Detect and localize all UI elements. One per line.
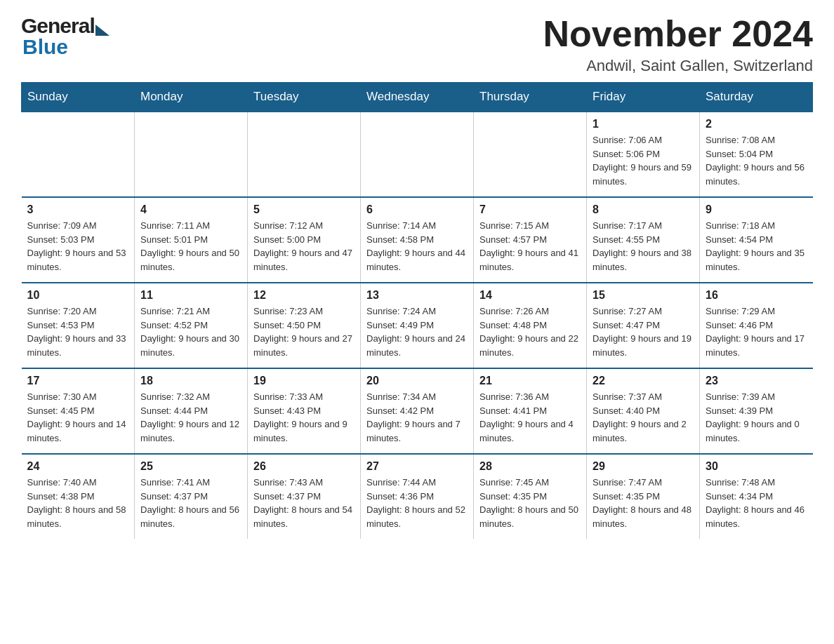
weekday-header-thursday: Thursday [474, 83, 587, 112]
day-number: 21 [479, 375, 581, 387]
weekday-header-sunday: Sunday [22, 83, 135, 112]
calendar-cell: 3Sunrise: 7:09 AMSunset: 5:03 PMDaylight… [22, 197, 135, 283]
day-number: 26 [253, 460, 355, 473]
day-info: Sunrise: 7:32 AMSunset: 4:44 PMDaylight:… [140, 390, 241, 445]
day-info: Sunrise: 7:15 AMSunset: 4:57 PMDaylight:… [479, 219, 581, 274]
day-number: 8 [593, 203, 694, 216]
calendar-cell: 19Sunrise: 7:33 AMSunset: 4:43 PMDayligh… [248, 368, 361, 454]
calendar-header: SundayMondayTuesdayWednesdayThursdayFrid… [22, 83, 813, 112]
calendar-cell: 22Sunrise: 7:37 AMSunset: 4:40 PMDayligh… [587, 368, 700, 454]
month-title: November 2024 [543, 14, 813, 54]
logo-general-text: General [21, 14, 95, 38]
calendar-cell: 26Sunrise: 7:43 AMSunset: 4:37 PMDayligh… [248, 454, 361, 539]
calendar-cell: 11Sunrise: 7:21 AMSunset: 4:52 PMDayligh… [135, 283, 248, 368]
calendar-week-row: 1Sunrise: 7:06 AMSunset: 5:06 PMDaylight… [22, 112, 813, 197]
calendar-cell: 30Sunrise: 7:48 AMSunset: 4:34 PMDayligh… [700, 454, 813, 539]
day-info: Sunrise: 7:09 AMSunset: 5:03 PMDaylight:… [27, 219, 129, 274]
day-number: 30 [706, 460, 807, 473]
day-number: 11 [140, 289, 241, 302]
logo-triangle-icon [95, 25, 110, 36]
logo-row1: General [21, 14, 110, 38]
day-number: 3 [27, 203, 129, 216]
day-number: 5 [253, 203, 355, 216]
calendar-cell: 20Sunrise: 7:34 AMSunset: 4:42 PMDayligh… [361, 368, 474, 454]
day-info: Sunrise: 7:29 AMSunset: 4:46 PMDaylight:… [706, 304, 807, 359]
day-number: 18 [140, 375, 241, 387]
day-info: Sunrise: 7:24 AMSunset: 4:49 PMDaylight:… [366, 304, 468, 359]
calendar-week-row: 17Sunrise: 7:30 AMSunset: 4:45 PMDayligh… [22, 368, 813, 454]
calendar-cell: 7Sunrise: 7:15 AMSunset: 4:57 PMDaylight… [474, 197, 587, 283]
day-number: 22 [593, 375, 694, 387]
day-number: 9 [706, 203, 807, 216]
calendar-week-row: 24Sunrise: 7:40 AMSunset: 4:38 PMDayligh… [22, 454, 813, 539]
calendar-week-row: 3Sunrise: 7:09 AMSunset: 5:03 PMDaylight… [22, 197, 813, 283]
day-number: 29 [593, 460, 694, 473]
day-number: 20 [366, 375, 468, 387]
day-info: Sunrise: 7:39 AMSunset: 4:39 PMDaylight:… [706, 390, 807, 445]
calendar-cell [135, 112, 248, 197]
day-info: Sunrise: 7:08 AMSunset: 5:04 PMDaylight:… [706, 133, 807, 188]
calendar-cell: 2Sunrise: 7:08 AMSunset: 5:04 PMDaylight… [700, 112, 813, 197]
calendar-cell: 10Sunrise: 7:20 AMSunset: 4:53 PMDayligh… [22, 283, 135, 368]
day-info: Sunrise: 7:41 AMSunset: 4:37 PMDaylight:… [140, 476, 241, 530]
calendar-table: SundayMondayTuesdayWednesdayThursdayFrid… [21, 82, 813, 539]
day-number: 24 [27, 460, 129, 473]
title-block: November 2024 Andwil, Saint Gallen, Swit… [543, 14, 813, 75]
calendar-cell: 14Sunrise: 7:26 AMSunset: 4:48 PMDayligh… [474, 283, 587, 368]
calendar-cell [22, 112, 135, 197]
day-info: Sunrise: 7:27 AMSunset: 4:47 PMDaylight:… [593, 304, 694, 359]
calendar-cell: 25Sunrise: 7:41 AMSunset: 4:37 PMDayligh… [135, 454, 248, 539]
day-number: 12 [253, 289, 355, 302]
page-header: General Blue November 2024 Andwil, Saint… [21, 14, 813, 75]
logo-blue-text: Blue [22, 35, 68, 59]
location-title: Andwil, Saint Gallen, Switzerland [543, 57, 813, 75]
day-info: Sunrise: 7:14 AMSunset: 4:58 PMDaylight:… [366, 219, 468, 274]
calendar-cell: 21Sunrise: 7:36 AMSunset: 4:41 PMDayligh… [474, 368, 587, 454]
day-info: Sunrise: 7:43 AMSunset: 4:37 PMDaylight:… [253, 476, 355, 530]
day-info: Sunrise: 7:33 AMSunset: 4:43 PMDaylight:… [253, 390, 355, 445]
calendar-cell: 16Sunrise: 7:29 AMSunset: 4:46 PMDayligh… [700, 283, 813, 368]
calendar-cell [248, 112, 361, 197]
day-number: 2 [706, 118, 807, 130]
day-info: Sunrise: 7:45 AMSunset: 4:35 PMDaylight:… [479, 476, 581, 530]
day-info: Sunrise: 7:11 AMSunset: 5:01 PMDaylight:… [140, 219, 241, 274]
day-number: 27 [366, 460, 468, 473]
weekday-header-saturday: Saturday [700, 83, 813, 112]
calendar-cell: 8Sunrise: 7:17 AMSunset: 4:55 PMDaylight… [587, 197, 700, 283]
day-number: 16 [706, 289, 807, 302]
day-info: Sunrise: 7:36 AMSunset: 4:41 PMDaylight:… [479, 390, 581, 445]
day-info: Sunrise: 7:48 AMSunset: 4:34 PMDaylight:… [706, 476, 807, 530]
calendar-body: 1Sunrise: 7:06 AMSunset: 5:06 PMDaylight… [22, 112, 813, 539]
day-info: Sunrise: 7:37 AMSunset: 4:40 PMDaylight:… [593, 390, 694, 445]
day-number: 15 [593, 289, 694, 302]
calendar-cell: 1Sunrise: 7:06 AMSunset: 5:06 PMDaylight… [587, 112, 700, 197]
calendar-cell: 18Sunrise: 7:32 AMSunset: 4:44 PMDayligh… [135, 368, 248, 454]
calendar-cell: 4Sunrise: 7:11 AMSunset: 5:01 PMDaylight… [135, 197, 248, 283]
day-info: Sunrise: 7:44 AMSunset: 4:36 PMDaylight:… [366, 476, 468, 530]
day-number: 23 [706, 375, 807, 387]
calendar-week-row: 10Sunrise: 7:20 AMSunset: 4:53 PMDayligh… [22, 283, 813, 368]
calendar-cell [474, 112, 587, 197]
calendar-cell: 17Sunrise: 7:30 AMSunset: 4:45 PMDayligh… [22, 368, 135, 454]
weekday-header-wednesday: Wednesday [361, 83, 474, 112]
day-number: 25 [140, 460, 241, 473]
day-number: 28 [479, 460, 581, 473]
day-number: 7 [479, 203, 581, 216]
day-number: 10 [27, 289, 129, 302]
day-info: Sunrise: 7:47 AMSunset: 4:35 PMDaylight:… [593, 476, 694, 530]
day-number: 1 [593, 118, 694, 130]
day-number: 4 [140, 203, 241, 216]
calendar-cell: 28Sunrise: 7:45 AMSunset: 4:35 PMDayligh… [474, 454, 587, 539]
day-number: 19 [253, 375, 355, 387]
calendar-cell: 24Sunrise: 7:40 AMSunset: 4:38 PMDayligh… [22, 454, 135, 539]
calendar-cell: 13Sunrise: 7:24 AMSunset: 4:49 PMDayligh… [361, 283, 474, 368]
day-info: Sunrise: 7:26 AMSunset: 4:48 PMDaylight:… [479, 304, 581, 359]
calendar-cell: 5Sunrise: 7:12 AMSunset: 5:00 PMDaylight… [248, 197, 361, 283]
calendar-cell [361, 112, 474, 197]
calendar-cell: 12Sunrise: 7:23 AMSunset: 4:50 PMDayligh… [248, 283, 361, 368]
calendar-cell: 6Sunrise: 7:14 AMSunset: 4:58 PMDaylight… [361, 197, 474, 283]
day-info: Sunrise: 7:20 AMSunset: 4:53 PMDaylight:… [27, 304, 129, 359]
logo: General Blue [21, 14, 110, 59]
weekday-header-friday: Friday [587, 83, 700, 112]
day-number: 13 [366, 289, 468, 302]
